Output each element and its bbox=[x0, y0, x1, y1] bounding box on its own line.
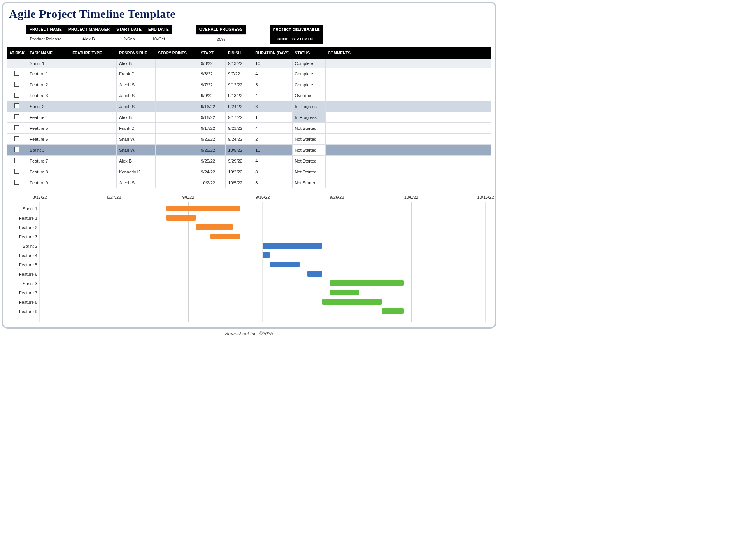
val-start-date[interactable]: 2-Sep bbox=[113, 34, 145, 44]
cell-days[interactable]: 10 bbox=[253, 59, 292, 68]
cell-comments[interactable] bbox=[325, 166, 491, 177]
cell-start[interactable]: 9/3/22 bbox=[198, 59, 226, 68]
cell-comments[interactable] bbox=[325, 112, 491, 123]
cell-start[interactable]: 9/16/22 bbox=[198, 101, 226, 112]
gantt-bar[interactable] bbox=[322, 299, 382, 304]
cell-comments[interactable] bbox=[325, 177, 491, 188]
cell-sp[interactable] bbox=[156, 177, 198, 188]
checkbox-icon[interactable] bbox=[14, 136, 19, 141]
cell-finish[interactable]: 10/5/22 bbox=[226, 145, 253, 156]
cell-feat[interactable] bbox=[70, 79, 117, 90]
checkbox-icon[interactable] bbox=[14, 93, 19, 98]
checkbox-icon[interactable] bbox=[14, 114, 19, 119]
cell-status[interactable]: Not Started bbox=[292, 123, 325, 134]
cell-risk[interactable] bbox=[7, 166, 27, 177]
cell-feat[interactable] bbox=[70, 68, 117, 79]
cell-days[interactable]: 3 bbox=[253, 177, 292, 188]
cell-finish[interactable]: 9/13/22 bbox=[226, 59, 253, 68]
cell-sp[interactable] bbox=[156, 145, 198, 156]
cell-feat[interactable] bbox=[70, 134, 117, 145]
cell-sp[interactable] bbox=[156, 59, 198, 68]
gantt-bar[interactable] bbox=[196, 224, 233, 230]
cell-status[interactable]: Overdue bbox=[292, 90, 325, 101]
cell-start[interactable]: 9/25/22 bbox=[198, 156, 226, 166]
cell-sp[interactable] bbox=[156, 134, 198, 145]
checkbox-icon[interactable] bbox=[14, 169, 19, 174]
cell-finish[interactable]: 9/12/22 bbox=[226, 79, 253, 90]
cell-resp[interactable]: Jacob S. bbox=[117, 101, 156, 112]
gantt-bar[interactable] bbox=[382, 308, 404, 314]
cell-resp[interactable]: Frank C. bbox=[117, 68, 156, 79]
cell-status[interactable]: Complete bbox=[292, 79, 325, 90]
gantt-bar[interactable] bbox=[307, 271, 322, 276]
gantt-bar[interactable] bbox=[270, 262, 300, 267]
gantt-bar[interactable] bbox=[210, 234, 240, 239]
cell-feat[interactable] bbox=[70, 90, 117, 101]
cell-finish[interactable]: 10/2/22 bbox=[226, 166, 253, 177]
cell-start[interactable]: 9/22/22 bbox=[198, 134, 226, 145]
cell-finish[interactable]: 9/24/22 bbox=[226, 101, 253, 112]
cell-status[interactable]: Not Started bbox=[292, 156, 325, 166]
cell-comments[interactable] bbox=[325, 68, 491, 79]
val-scope-statement[interactable] bbox=[323, 34, 424, 44]
checkbox-icon[interactable] bbox=[14, 147, 19, 152]
cell-comments[interactable] bbox=[325, 79, 491, 90]
gantt-bar[interactable] bbox=[330, 290, 359, 295]
cell-sp[interactable] bbox=[156, 90, 198, 101]
cell-status[interactable]: Not Started bbox=[292, 177, 325, 188]
cell-finish[interactable]: 9/13/22 bbox=[226, 90, 253, 101]
cell-comments[interactable] bbox=[325, 90, 491, 101]
cell-sp[interactable] bbox=[156, 156, 198, 166]
cell-sp[interactable] bbox=[156, 112, 198, 123]
cell-status[interactable]: Complete bbox=[292, 68, 325, 79]
cell-start[interactable]: 9/9/22 bbox=[198, 90, 226, 101]
cell-days[interactable]: 1 bbox=[253, 112, 292, 123]
cell-resp[interactable]: Frank C. bbox=[117, 123, 156, 134]
cell-start[interactable]: 9/24/22 bbox=[198, 166, 226, 177]
cell-status[interactable]: Not Started bbox=[292, 145, 325, 156]
cell-days[interactable]: 5 bbox=[253, 79, 292, 90]
cell-sp[interactable] bbox=[156, 79, 198, 90]
checkbox-icon[interactable] bbox=[14, 82, 19, 87]
cell-feat[interactable] bbox=[70, 112, 117, 123]
cell-feat[interactable] bbox=[70, 145, 117, 156]
gantt-bar[interactable] bbox=[166, 215, 196, 220]
cell-task[interactable]: Feature 6 bbox=[27, 134, 70, 145]
checkbox-icon[interactable] bbox=[14, 125, 19, 130]
checkbox-icon[interactable] bbox=[14, 180, 19, 185]
val-overall-progress[interactable]: 20% bbox=[196, 35, 246, 44]
cell-finish[interactable]: 10/5/22 bbox=[226, 177, 253, 188]
cell-task[interactable]: Sprint 3 bbox=[27, 145, 70, 156]
cell-risk[interactable] bbox=[7, 177, 27, 188]
cell-resp[interactable]: Jacob S. bbox=[117, 177, 156, 188]
cell-risk[interactable] bbox=[7, 156, 27, 166]
cell-resp[interactable]: Alex B. bbox=[117, 156, 156, 166]
cell-risk[interactable] bbox=[7, 68, 27, 79]
cell-finish[interactable]: 9/7/22 bbox=[226, 68, 253, 79]
cell-status[interactable]: Not Started bbox=[292, 134, 325, 145]
cell-resp[interactable]: Jacob S. bbox=[117, 90, 156, 101]
cell-comments[interactable] bbox=[325, 145, 491, 156]
cell-resp[interactable]: Alex B. bbox=[117, 112, 156, 123]
cell-task[interactable]: Feature 8 bbox=[27, 166, 70, 177]
cell-feat[interactable] bbox=[70, 166, 117, 177]
cell-task[interactable]: Feature 5 bbox=[27, 123, 70, 134]
cell-risk[interactable] bbox=[7, 59, 27, 68]
cell-start[interactable]: 9/25/22 bbox=[198, 145, 226, 156]
gantt-bar[interactable] bbox=[166, 206, 240, 211]
cell-days[interactable]: 4 bbox=[253, 156, 292, 166]
cell-finish[interactable]: 9/29/22 bbox=[226, 156, 253, 166]
val-project-manager[interactable]: Alex B. bbox=[65, 34, 113, 44]
cell-risk[interactable] bbox=[7, 101, 27, 112]
cell-task[interactable]: Feature 3 bbox=[27, 90, 70, 101]
cell-task[interactable]: Feature 9 bbox=[27, 177, 70, 188]
cell-days[interactable]: 8 bbox=[253, 166, 292, 177]
cell-comments[interactable] bbox=[325, 59, 491, 68]
cell-status[interactable]: Not Started bbox=[292, 166, 325, 177]
cell-days[interactable]: 8 bbox=[253, 101, 292, 112]
gantt-bar[interactable] bbox=[263, 243, 322, 248]
cell-risk[interactable] bbox=[7, 79, 27, 90]
gantt-bar[interactable] bbox=[330, 280, 404, 286]
cell-days[interactable]: 4 bbox=[253, 90, 292, 101]
cell-days[interactable]: 2 bbox=[253, 134, 292, 145]
